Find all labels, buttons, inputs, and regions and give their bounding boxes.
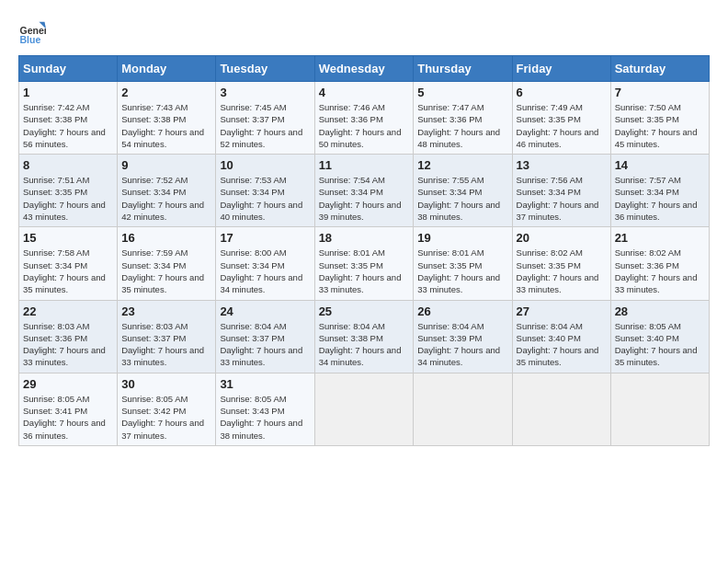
day-info: Sunrise: 8:01 AM Sunset: 3:35 PM Dayligh… [417, 247, 507, 295]
day-info: Sunrise: 8:05 AM Sunset: 3:41 PM Dayligh… [23, 393, 113, 442]
day-info: Sunrise: 7:50 AM Sunset: 3:35 PM Dayligh… [615, 101, 705, 150]
day-number: 20 [517, 231, 607, 245]
day-number: 6 [517, 86, 607, 99]
day-number: 8 [23, 158, 113, 172]
calendar-cell: 9 Sunrise: 7:52 AM Sunset: 3:34 PM Dayli… [118, 155, 216, 227]
day-number: 22 [23, 304, 113, 318]
weekday-header-friday: Friday [512, 56, 610, 82]
day-info: Sunrise: 8:05 AM Sunset: 3:43 PM Dayligh… [220, 393, 310, 442]
calendar-cell: 16 Sunrise: 7:59 AM Sunset: 3:34 PM Dayl… [118, 227, 216, 300]
day-info: Sunrise: 7:45 AM Sunset: 3:37 PM Dayligh… [220, 101, 310, 150]
calendar-cell [314, 373, 414, 445]
logo-icon: General Blue [18, 18, 46, 46]
day-number: 1 [23, 86, 113, 99]
weekday-header-saturday: Saturday [610, 56, 709, 82]
calendar-cell: 29 Sunrise: 8:05 AM Sunset: 3:41 PM Dayl… [19, 373, 118, 445]
calendar-cell: 7 Sunrise: 7:50 AM Sunset: 3:35 PM Dayli… [610, 82, 709, 155]
calendar-cell [414, 373, 512, 445]
calendar-cell: 21 Sunrise: 8:02 AM Sunset: 3:36 PM Dayl… [610, 227, 709, 300]
calendar-cell: 2 Sunrise: 7:43 AM Sunset: 3:38 PM Dayli… [118, 82, 216, 155]
day-info: Sunrise: 8:00 AM Sunset: 3:34 PM Dayligh… [220, 247, 310, 295]
day-info: Sunrise: 7:59 AM Sunset: 3:34 PM Dayligh… [121, 247, 211, 295]
day-number: 15 [23, 231, 113, 245]
day-info: Sunrise: 8:04 AM Sunset: 3:40 PM Dayligh… [517, 320, 607, 369]
day-info: Sunrise: 7:46 AM Sunset: 3:36 PM Dayligh… [319, 101, 410, 150]
day-number: 24 [220, 304, 310, 318]
day-info: Sunrise: 7:52 AM Sunset: 3:34 PM Dayligh… [121, 174, 211, 223]
day-info: Sunrise: 8:03 AM Sunset: 3:37 PM Dayligh… [121, 320, 211, 369]
day-number: 26 [417, 304, 507, 318]
day-info: Sunrise: 8:02 AM Sunset: 3:35 PM Dayligh… [517, 247, 607, 295]
day-info: Sunrise: 7:55 AM Sunset: 3:34 PM Dayligh… [417, 174, 507, 223]
day-number: 31 [220, 377, 310, 391]
calendar-cell: 19 Sunrise: 8:01 AM Sunset: 3:35 PM Dayl… [414, 227, 512, 300]
calendar-cell: 24 Sunrise: 8:04 AM Sunset: 3:37 PM Dayl… [216, 300, 314, 373]
day-info: Sunrise: 8:04 AM Sunset: 3:37 PM Dayligh… [220, 320, 310, 369]
calendar-cell: 15 Sunrise: 7:58 AM Sunset: 3:34 PM Dayl… [19, 227, 118, 300]
day-info: Sunrise: 8:04 AM Sunset: 3:38 PM Dayligh… [319, 320, 410, 369]
calendar-cell: 14 Sunrise: 7:57 AM Sunset: 3:34 PM Dayl… [610, 155, 709, 227]
calendar-cell: 10 Sunrise: 7:53 AM Sunset: 3:34 PM Dayl… [216, 155, 314, 227]
day-number: 29 [23, 377, 113, 391]
calendar-cell: 4 Sunrise: 7:46 AM Sunset: 3:36 PM Dayli… [314, 82, 414, 155]
day-number: 28 [615, 304, 705, 318]
day-number: 17 [220, 231, 310, 245]
day-info: Sunrise: 7:56 AM Sunset: 3:34 PM Dayligh… [517, 174, 607, 223]
calendar-header: SundayMondayTuesdayWednesdayThursdayFrid… [19, 56, 710, 82]
day-info: Sunrise: 7:47 AM Sunset: 3:36 PM Dayligh… [417, 101, 507, 150]
day-info: Sunrise: 8:04 AM Sunset: 3:39 PM Dayligh… [417, 320, 507, 369]
day-info: Sunrise: 8:02 AM Sunset: 3:36 PM Dayligh… [615, 247, 705, 295]
weekday-header-wednesday: Wednesday [314, 56, 414, 82]
day-number: 10 [220, 158, 310, 172]
day-number: 18 [319, 231, 410, 245]
day-number: 13 [517, 158, 607, 172]
day-info: Sunrise: 7:42 AM Sunset: 3:38 PM Dayligh… [23, 101, 113, 150]
calendar-cell: 22 Sunrise: 8:03 AM Sunset: 3:36 PM Dayl… [19, 300, 118, 373]
day-number: 27 [517, 304, 607, 318]
calendar-cell: 11 Sunrise: 7:54 AM Sunset: 3:34 PM Dayl… [314, 155, 414, 227]
calendar-cell [610, 373, 709, 445]
weekday-header-monday: Monday [118, 56, 216, 82]
day-info: Sunrise: 8:05 AM Sunset: 3:40 PM Dayligh… [615, 320, 705, 369]
logo: General Blue [18, 18, 50, 46]
calendar-cell: 20 Sunrise: 8:02 AM Sunset: 3:35 PM Dayl… [512, 227, 610, 300]
calendar-cell: 8 Sunrise: 7:51 AM Sunset: 3:35 PM Dayli… [19, 155, 118, 227]
calendar-table: SundayMondayTuesdayWednesdayThursdayFrid… [18, 55, 710, 446]
day-info: Sunrise: 8:01 AM Sunset: 3:35 PM Dayligh… [319, 247, 410, 295]
calendar-cell: 31 Sunrise: 8:05 AM Sunset: 3:43 PM Dayl… [216, 373, 314, 445]
day-info: Sunrise: 7:54 AM Sunset: 3:34 PM Dayligh… [319, 174, 410, 223]
calendar-cell [512, 373, 610, 445]
day-info: Sunrise: 7:58 AM Sunset: 3:34 PM Dayligh… [23, 247, 113, 295]
calendar-cell: 27 Sunrise: 8:04 AM Sunset: 3:40 PM Dayl… [512, 300, 610, 373]
page-header: General Blue [18, 18, 710, 46]
calendar-cell: 30 Sunrise: 8:05 AM Sunset: 3:42 PM Dayl… [118, 373, 216, 445]
day-number: 14 [615, 158, 705, 172]
weekday-header-tuesday: Tuesday [216, 56, 314, 82]
day-number: 11 [319, 158, 410, 172]
calendar-cell: 17 Sunrise: 8:00 AM Sunset: 3:34 PM Dayl… [216, 227, 314, 300]
calendar-cell: 6 Sunrise: 7:49 AM Sunset: 3:35 PM Dayli… [512, 82, 610, 155]
calendar-cell: 25 Sunrise: 8:04 AM Sunset: 3:38 PM Dayl… [314, 300, 414, 373]
calendar-cell: 1 Sunrise: 7:42 AM Sunset: 3:38 PM Dayli… [19, 82, 118, 155]
day-number: 30 [121, 377, 211, 391]
calendar-cell: 26 Sunrise: 8:04 AM Sunset: 3:39 PM Dayl… [414, 300, 512, 373]
day-number: 4 [319, 86, 410, 99]
day-info: Sunrise: 8:05 AM Sunset: 3:42 PM Dayligh… [121, 393, 211, 442]
day-info: Sunrise: 7:49 AM Sunset: 3:35 PM Dayligh… [517, 101, 607, 150]
day-number: 7 [615, 86, 705, 99]
day-info: Sunrise: 7:43 AM Sunset: 3:38 PM Dayligh… [121, 101, 211, 150]
day-number: 2 [121, 86, 211, 99]
day-number: 25 [319, 304, 410, 318]
day-number: 9 [121, 158, 211, 172]
weekday-header-thursday: Thursday [414, 56, 512, 82]
calendar-cell: 5 Sunrise: 7:47 AM Sunset: 3:36 PM Dayli… [414, 82, 512, 155]
day-number: 12 [417, 158, 507, 172]
calendar-cell: 12 Sunrise: 7:55 AM Sunset: 3:34 PM Dayl… [414, 155, 512, 227]
calendar-cell: 28 Sunrise: 8:05 AM Sunset: 3:40 PM Dayl… [610, 300, 709, 373]
svg-text:Blue: Blue [20, 34, 41, 45]
weekday-header-sunday: Sunday [19, 56, 118, 82]
calendar-cell: 23 Sunrise: 8:03 AM Sunset: 3:37 PM Dayl… [118, 300, 216, 373]
day-number: 21 [615, 231, 705, 245]
calendar-cell: 13 Sunrise: 7:56 AM Sunset: 3:34 PM Dayl… [512, 155, 610, 227]
day-number: 23 [121, 304, 211, 318]
